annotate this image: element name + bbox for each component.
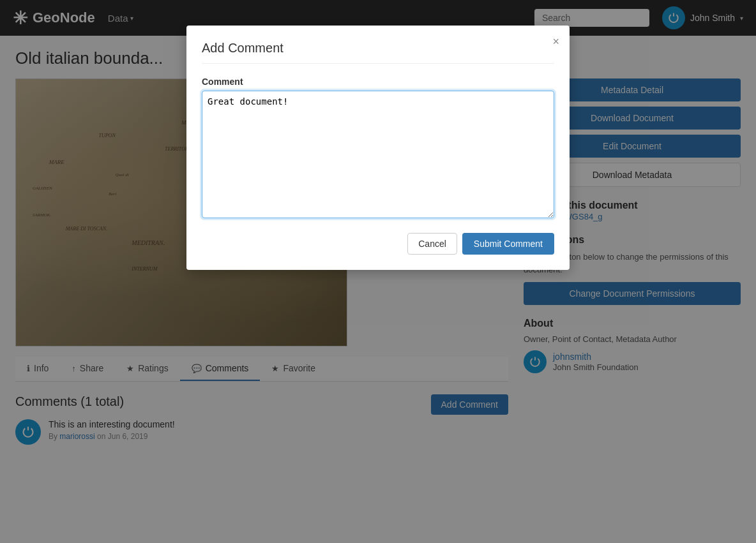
- modal-textarea[interactable]: Great document!: [202, 91, 554, 218]
- modal-dialog: Add Comment × Comment Great document! Ca…: [186, 26, 570, 270]
- submit-comment-button[interactable]: Submit Comment: [462, 233, 554, 255]
- modal-label: Comment: [202, 77, 554, 87]
- cancel-button[interactable]: Cancel: [407, 233, 457, 255]
- modal-overlay[interactable]: Add Comment × Comment Great document! Ca…: [0, 0, 756, 457]
- modal-title: Add Comment: [202, 41, 554, 64]
- modal-close-button[interactable]: ×: [552, 36, 559, 47]
- modal-footer: Cancel Submit Comment: [202, 233, 554, 255]
